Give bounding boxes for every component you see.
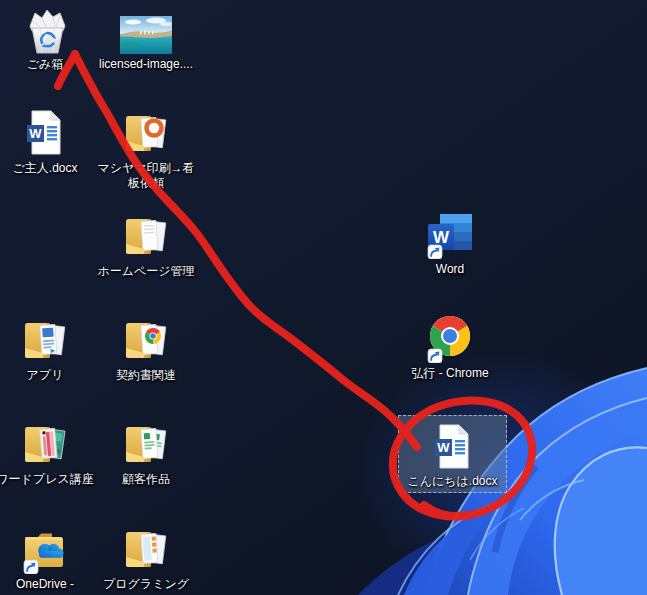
chrome-app-icon: [425, 313, 475, 363]
desktop-icon-label: マシヤマ印刷→看板依頼: [96, 161, 196, 190]
desktop-icon-label: こんにちは.docx: [407, 474, 497, 489]
svg-text:W: W: [29, 126, 42, 141]
desktop-icon-label: プログラミング: [103, 577, 189, 592]
desktop-icon-label: ワードプレス講座: [0, 472, 94, 487]
desktop-icon-programming-folder[interactable]: プログラミング: [96, 524, 196, 592]
svg-text:W: W: [433, 228, 450, 247]
desktop-icon-contracts-folder[interactable]: 契約書関連: [96, 315, 196, 383]
folder-images-icon: [20, 419, 70, 469]
desktop: ごみ箱licensed-image....Wご主人.docxマシヤマ印刷→看板依…: [0, 0, 647, 595]
desktop-icon-label: 弘行 - Chrome: [411, 366, 488, 381]
desktop-icon-chrome-shortcut[interactable]: 弘行 - Chrome: [400, 313, 500, 381]
desktop-icon-homepage-folder[interactable]: ホームページ管理: [96, 211, 196, 279]
desktop-icon-label: ホームページ管理: [97, 264, 194, 279]
folder-onedrive-icon: [20, 524, 70, 574]
photo-thumbnail-icon: [120, 4, 172, 54]
desktop-icon-goshujin-docx[interactable]: Wご主人.docx: [0, 108, 95, 176]
desktop-icon-word-shortcut[interactable]: WWord: [400, 209, 500, 277]
desktop-icon-label: ご主人.docx: [13, 161, 78, 176]
desktop-icons: ごみ箱licensed-image....Wご主人.docxマシヤマ印刷→看板依…: [0, 0, 647, 595]
desktop-icon-label: ごみ箱: [27, 57, 64, 72]
desktop-icon-label: Word: [436, 262, 464, 277]
desktop-icon-label: OneDrive -: [16, 577, 74, 592]
desktop-icon-label: licensed-image....: [99, 57, 193, 72]
folder-chrome-icon: [121, 315, 171, 365]
desktop-icon-label: 契約書関連: [116, 368, 176, 383]
folder-papers-icon: [121, 211, 171, 261]
desktop-icon-onedrive-folder[interactable]: OneDrive -: [0, 524, 95, 592]
word-document-icon: W: [20, 108, 70, 158]
word-document-icon: W: [428, 422, 478, 472]
desktop-icon-label: アプリ: [27, 368, 64, 383]
folder-disc-icon: [121, 108, 171, 158]
folder-exceldocs-icon: [121, 419, 171, 469]
word-app-icon: W: [425, 209, 475, 259]
desktop-icon-customer-works-folder[interactable]: 顧客作品: [96, 419, 196, 487]
desktop-icon-licensed-image[interactable]: licensed-image....: [96, 4, 196, 72]
desktop-icon-recycle-bin[interactable]: ごみ箱: [0, 4, 95, 72]
desktop-icon-apps-folder[interactable]: アプリ: [0, 315, 95, 383]
folder-bluedoc-icon: [20, 315, 70, 365]
svg-text:W: W: [437, 440, 450, 455]
desktop-icon-label: 顧客作品: [122, 472, 170, 487]
desktop-icon-mashiyama-folder[interactable]: マシヤマ印刷→看板依頼: [96, 108, 196, 190]
folder-notepad-icon: [121, 524, 171, 574]
desktop-icon-konnichiwa-docx[interactable]: Wこんにちは.docx: [398, 415, 507, 493]
recycle-bin-icon: [20, 4, 70, 54]
desktop-icon-wordpress-folder[interactable]: ワードプレス講座: [0, 419, 95, 487]
